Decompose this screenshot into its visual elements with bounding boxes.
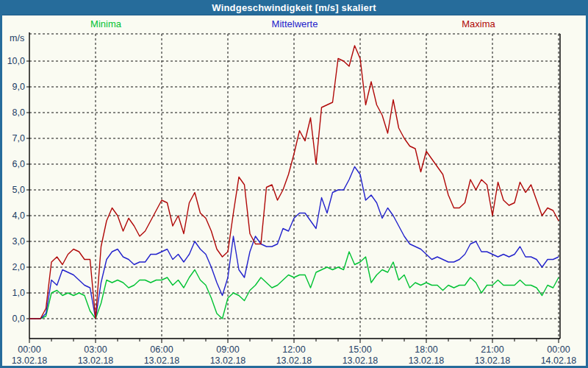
x-tick-date-label: 13.02.18 — [409, 355, 445, 366]
x-tick-date-label: 13.02.18 — [78, 355, 114, 366]
x-tick-date-label: 13.02.18 — [144, 355, 180, 366]
y-tick-label: 3,0 — [12, 236, 25, 247]
x-tick-date-label: 13.02.18 — [210, 355, 246, 366]
x-tick-time-label: 18:00 — [415, 344, 437, 355]
y-tick-label: 6,0 — [12, 159, 25, 169]
page-title: Windgeschwindigkeit [m/s] skaliert — [212, 2, 376, 13]
x-tick-time-label: 12:00 — [282, 344, 305, 355]
x-tick-time-label: 21:00 — [481, 344, 503, 355]
legend-mittelwerte: Mittelwerte — [272, 18, 318, 29]
x-tick-date-label: 14.02.18 — [541, 355, 577, 366]
y-tick-label: 0,0 — [12, 314, 25, 324]
legend-maxima: Maxima — [462, 18, 495, 29]
x-tick-time-label: 15:00 — [348, 344, 371, 355]
y-tick-label: 8,0 — [12, 107, 25, 118]
x-tick-date-label: 13.02.18 — [12, 355, 48, 366]
y-tick-label: 7,0 — [12, 133, 25, 144]
y-tick-label: 1,0 — [12, 288, 25, 298]
x-tick-date-label: 13.02.18 — [475, 355, 511, 366]
x-tick-time-label: 03:00 — [84, 344, 107, 355]
wind-speed-chart: 0,01,02,03,04,05,06,07,08,09,010,000:001… — [0, 0, 588, 368]
x-tick-time-label: 00:00 — [547, 344, 570, 355]
y-tick-label: 4,0 — [12, 210, 25, 221]
x-tick-time-label: 09:00 — [216, 344, 239, 355]
x-tick-time-label: 00:00 — [18, 344, 40, 355]
y-tick-label: 2,0 — [12, 262, 25, 272]
legend-minima: Minima — [90, 18, 121, 29]
x-tick-time-label: 06:00 — [150, 344, 173, 355]
title-bar: Windgeschwindigkeit [m/s] skaliert — [0, 0, 588, 15]
y-tick-label: 9,0 — [12, 82, 25, 92]
y-tick-label: 10,0 — [7, 56, 25, 66]
y-axis-unit-label: m/s — [10, 33, 24, 43]
y-tick-label: 5,0 — [12, 185, 25, 195]
x-tick-date-label: 13.02.18 — [343, 355, 379, 366]
x-tick-date-label: 13.02.18 — [276, 355, 312, 366]
